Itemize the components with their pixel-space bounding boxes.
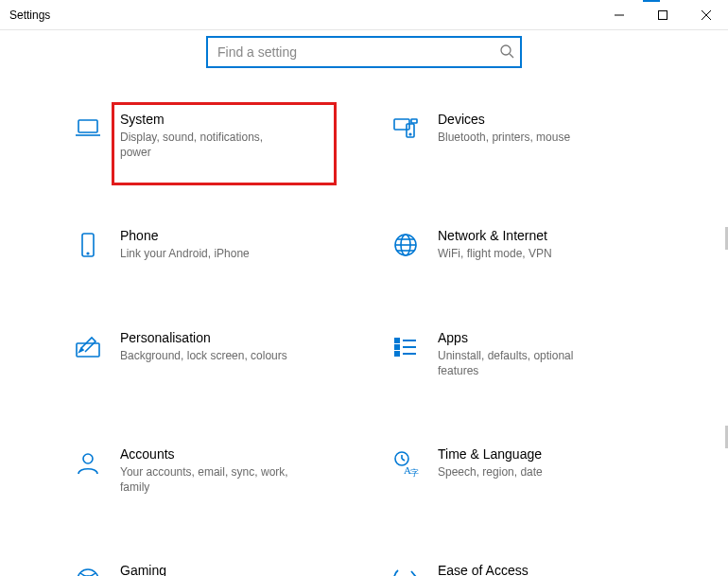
svg-point-26 — [83, 454, 93, 463]
tile-devices[interactable]: Devices Bluetooth, printers, mouse — [387, 106, 667, 166]
tile-system[interactable]: System Display, sound, notifications, po… — [69, 106, 349, 166]
tile-accounts[interactable]: Accounts Your accounts, email, sync, wor… — [69, 441, 349, 500]
tile-title: Time & Language — [438, 446, 543, 462]
globe-icon — [390, 230, 421, 260]
tile-title: Gaming — [120, 563, 290, 576]
close-button[interactable] — [685, 0, 728, 30]
search-container — [206, 36, 522, 68]
svg-point-13 — [87, 253, 89, 255]
svg-rect-1 — [659, 11, 667, 20]
laptop-icon — [73, 113, 103, 144]
tile-apps[interactable]: Apps Uninstall, defaults, optional featu… — [387, 324, 667, 384]
tile-desc: Display, sound, notifications, power — [120, 130, 290, 160]
tile-network[interactable]: Network & Internet WiFi, flight mode, VP… — [387, 222, 667, 267]
svg-rect-6 — [78, 120, 97, 132]
tile-title: System — [120, 112, 290, 127]
tile-desc: Link your Android, iPhone — [120, 246, 250, 261]
svg-rect-11 — [411, 119, 417, 123]
window-title: Settings — [0, 9, 50, 22]
tile-title: Personalisation — [120, 330, 287, 345]
svg-point-32 — [78, 569, 98, 576]
svg-point-4 — [501, 45, 511, 55]
list-icon — [390, 332, 421, 362]
svg-rect-24 — [395, 352, 399, 356]
tile-title: Ease of Access — [438, 563, 602, 576]
tile-desc: Background, lock screen, colours — [120, 348, 287, 363]
tile-desc: WiFi, flight mode, VPN — [438, 246, 552, 261]
content-area: System Display, sound, notifications, po… — [0, 36, 728, 576]
tile-desc: Your accounts, email, sync, work, family — [120, 464, 290, 495]
tile-personalisation[interactable]: Personalisation Background, lock screen,… — [69, 324, 349, 384]
accessibility-icon — [390, 565, 421, 576]
xbox-icon — [73, 565, 103, 576]
tile-desc: Bluetooth, printers, mouse — [438, 130, 570, 145]
tile-gaming[interactable]: Gaming Xbox Game Bar, captures, Game Mod… — [69, 557, 349, 576]
devices-icon — [390, 113, 421, 144]
tile-title: Network & Internet — [438, 228, 552, 243]
svg-rect-20 — [395, 339, 399, 342]
minimize-button[interactable] — [598, 0, 641, 30]
tile-title: Phone — [120, 228, 250, 243]
svg-text:字: 字 — [410, 468, 419, 478]
search-icon — [499, 44, 514, 59]
tile-ease-of-access[interactable]: Ease of Access Narrator, magnifier, high… — [387, 557, 667, 576]
svg-rect-22 — [395, 345, 399, 349]
paintbrush-icon — [73, 332, 103, 362]
tile-phone[interactable]: Phone Link your Android, iPhone — [69, 222, 349, 267]
tile-time-language[interactable]: A 字 Time & Language Speech, region, date — [387, 441, 667, 500]
tile-desc: Uninstall, defaults, optional features — [438, 348, 608, 378]
scrollbar-hint[interactable] — [724, 218, 728, 576]
search-input[interactable] — [206, 36, 522, 68]
tile-title: Accounts — [120, 446, 290, 462]
settings-grid: System Display, sound, notifications, po… — [61, 106, 667, 576]
tile-title: Apps — [438, 330, 608, 345]
titlebar: Settings — [0, 0, 728, 30]
tile-title: Devices — [438, 112, 570, 127]
phone-icon — [73, 230, 103, 260]
svg-line-29 — [402, 459, 405, 461]
svg-point-10 — [409, 133, 411, 135]
svg-line-5 — [510, 54, 513, 58]
window-controls — [598, 0, 728, 30]
person-icon — [73, 448, 103, 479]
tile-desc: Speech, region, date — [438, 464, 543, 480]
time-language-icon: A 字 — [390, 448, 421, 479]
maximize-button[interactable] — [641, 0, 685, 30]
